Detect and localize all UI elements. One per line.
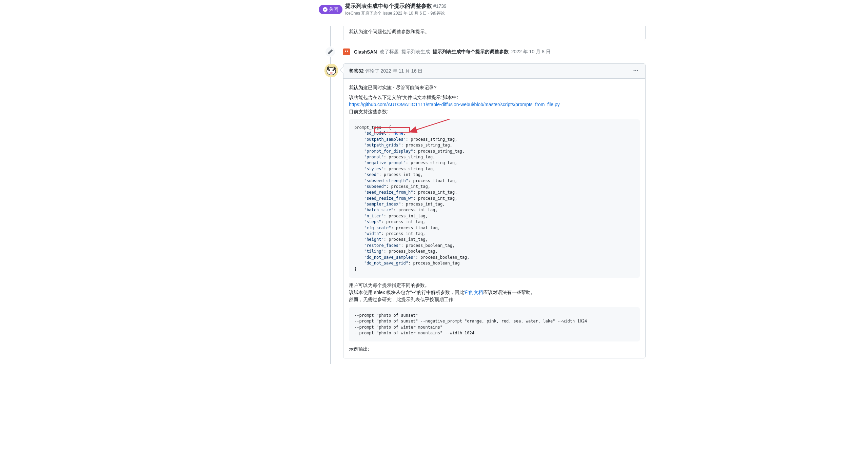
- event-user-link[interactable]: ClashSAN: [354, 49, 377, 55]
- svg-point-13: [637, 70, 638, 71]
- status-badge-closed: 关闭: [319, 5, 342, 14]
- svg-point-1: [345, 51, 346, 52]
- issue-meta: IceChes 开启了这个 issue 2022 年 10 月 6 日 · 9条…: [345, 11, 447, 16]
- title-change-event: ClashSAN 改了标题 提示列表生成 提示列表生成中每个提示的调整参数 20…: [343, 46, 646, 58]
- status-badge-label: 关闭: [329, 6, 338, 13]
- comment-author-link[interactable]: 爸爸32: [349, 68, 364, 74]
- svg-line-15: [415, 119, 454, 130]
- svg-point-8: [330, 72, 333, 74]
- issue-title[interactable]: 提示列表生成中每个提示的调整参数: [345, 3, 432, 9]
- svg-point-9: [327, 67, 329, 70]
- comment: 爸爸32 评论了 2022 年 11 月 16 日 我认为这已同时实施 - 尽管…: [343, 63, 646, 358]
- previous-comment-fragment: 我认为这个问题包括调整参数和提示。: [343, 26, 646, 40]
- svg-point-11: [634, 70, 635, 71]
- comment-text: 我认为这个问题包括调整参数和提示。: [349, 29, 640, 35]
- pencil-icon: [325, 46, 336, 57]
- svg-point-12: [635, 70, 636, 71]
- comment-date-link[interactable]: 2022 年 11 月 16 日: [381, 68, 423, 74]
- shlex-doc-link[interactable]: 它的文档: [464, 290, 483, 295]
- code-block-prompt-tags[interactable]: prompt_tags = { "sd_model": None, "outpa…: [349, 119, 640, 278]
- svg-point-2: [347, 51, 348, 52]
- code-block-example-prompts[interactable]: --prompt "photo of sunset" --prompt "pho…: [349, 307, 640, 342]
- check-circle-icon: [323, 7, 328, 12]
- svg-point-10: [334, 67, 336, 70]
- kebab-menu-icon[interactable]: [632, 66, 640, 76]
- svg-rect-0: [343, 48, 350, 55]
- comment-header: 爸爸32 评论了 2022 年 11 月 16 日: [343, 64, 645, 79]
- svg-point-6: [329, 70, 330, 71]
- comment-body: 我认为这已同时实施 - 尽管可能尚未记录? 该功能包含在以下定义的"文件或文本框…: [343, 79, 645, 358]
- annotation-arrow-icon: [410, 119, 457, 136]
- issue-number: #1739: [433, 3, 447, 9]
- svg-point-7: [333, 70, 334, 71]
- mini-avatar[interactable]: [343, 48, 350, 55]
- script-link[interactable]: https://github.com/AUTOMATIC1111/stable-…: [349, 102, 560, 107]
- sticky-issue-header: 关闭 提示列表生成中每个提示的调整参数 #1739 IceChes 开启了这个 …: [0, 0, 868, 19]
- avatar[interactable]: [324, 64, 338, 77]
